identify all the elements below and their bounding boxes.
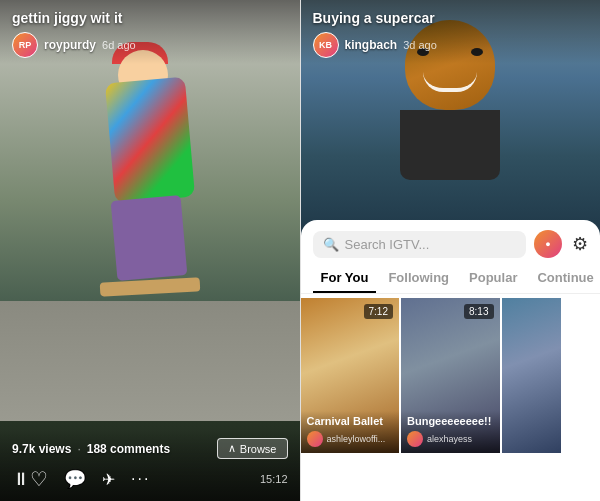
skater-body <box>105 77 195 204</box>
pause-icon[interactable]: ⏸ <box>12 469 30 490</box>
stat-divider: · <box>77 442 80 456</box>
browse-button[interactable]: ∧ Browse <box>217 438 288 459</box>
right-video-title: Buying a supercar <box>313 10 589 26</box>
thumb-avatar-1 <box>307 431 323 447</box>
tab-for-you[interactable]: For You <box>313 264 377 293</box>
left-top-bar: gettin jiggy wit it RP roypurdy 6d ago <box>0 0 300 64</box>
igtv-overlay: 🔍 Search IGTV... ● ⚙ For You Following P… <box>301 220 601 501</box>
comment-icon[interactable]: 💬 <box>64 468 86 490</box>
left-video-title: gettin jiggy wit it <box>12 10 288 26</box>
left-bottom-bar: 9.7k views · 188 comments ∧ Browse ⏸ ♡ 💬… <box>0 430 300 501</box>
actions-row: ⏸ ♡ 💬 ✈ ··· 15:12 <box>12 467 288 491</box>
igtv-icon-group: ● ⚙ <box>534 230 588 258</box>
thumbnails-grid: 7:12 Carnival Ballet ashleylowoffi... 8:… <box>301 294 601 457</box>
igtv-tabs-row: For You Following Popular Continue <box>301 264 601 294</box>
right-username[interactable]: kingbach <box>345 38 398 52</box>
video-timestamp: 15:12 <box>260 473 288 485</box>
right-avatar[interactable]: KB <box>313 32 339 58</box>
thumb-username-1: ashleylowoffi... <box>327 434 386 444</box>
thumbnail-3[interactable] <box>502 298 561 453</box>
thumb-title-1: Carnival Ballet <box>307 415 394 428</box>
thumb-user-row-2: alexhayess <box>407 431 494 447</box>
share-icon[interactable]: ✈ <box>102 470 115 489</box>
heart-icon[interactable]: ♡ <box>30 467 48 491</box>
more-icon[interactable]: ··· <box>131 470 150 488</box>
skater-legs <box>110 195 187 281</box>
search-box[interactable]: 🔍 Search IGTV... <box>313 231 527 258</box>
browse-chevron-icon: ∧ <box>228 442 236 455</box>
skateboard <box>99 277 200 296</box>
tab-following[interactable]: Following <box>380 264 457 293</box>
thumb-username-2: alexhayess <box>427 434 472 444</box>
right-time-ago: 3d ago <box>403 39 437 51</box>
tab-popular[interactable]: Popular <box>461 264 525 293</box>
left-video-panel: gettin jiggy wit it RP roypurdy 6d ago 9… <box>0 0 300 501</box>
thumb-duration-2: 8:13 <box>464 304 493 319</box>
action-icons-group: ♡ 💬 ✈ ··· <box>30 467 150 491</box>
thumb-duration-1: 7:12 <box>364 304 393 319</box>
left-user-row: RP roypurdy 6d ago <box>12 32 288 58</box>
thumb-user-row-1: ashleylowoffi... <box>307 431 394 447</box>
thumb-info-2: Bungeeeeeeee!! alexhayess <box>401 411 500 453</box>
gear-icon[interactable]: ⚙ <box>572 233 588 255</box>
left-time-ago: 6d ago <box>102 39 136 51</box>
man-body <box>400 110 500 180</box>
thumb-title-2: Bungeeeeeeee!! <box>407 415 494 428</box>
right-user-row: KB kingbach 3d ago <box>313 32 589 58</box>
thumb-avatar-2 <box>407 431 423 447</box>
left-avatar[interactable]: RP <box>12 32 38 58</box>
thumbnail-1[interactable]: 7:12 Carnival Ballet ashleylowoffi... <box>301 298 400 453</box>
views-count: 9.7k views <box>12 442 71 456</box>
thumb-bg-3 <box>502 298 561 453</box>
right-video-panel: Buying a supercar KB kingbach 3d ago 🔍 S… <box>301 0 601 501</box>
right-top-bar: Buying a supercar KB kingbach 3d ago <box>301 0 601 64</box>
igtv-search-row: 🔍 Search IGTV... ● ⚙ <box>301 220 601 264</box>
tab-continue[interactable]: Continue <box>529 264 600 293</box>
browse-label: Browse <box>240 443 277 455</box>
igtv-profile-icon[interactable]: ● <box>534 230 562 258</box>
man-smile <box>423 72 477 92</box>
comments-count: 188 comments <box>87 442 170 456</box>
search-icon: 🔍 <box>323 237 339 252</box>
stats-row: 9.7k views · 188 comments ∧ Browse <box>12 438 288 459</box>
thumbnail-2[interactable]: 8:13 Bungeeeeeeee!! alexhayess <box>401 298 500 453</box>
left-username[interactable]: roypurdy <box>44 38 96 52</box>
search-placeholder-text: Search IGTV... <box>345 237 430 252</box>
skater-figure <box>80 50 220 350</box>
thumb-info-1: Carnival Ballet ashleylowoffi... <box>301 411 400 453</box>
